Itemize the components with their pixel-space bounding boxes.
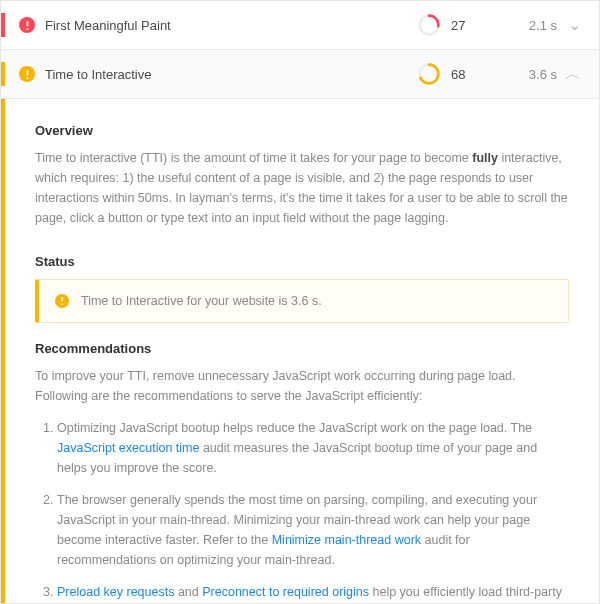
- chevron-up-icon[interactable]: ︿: [557, 66, 581, 82]
- alert-icon: [19, 17, 35, 33]
- warning-icon: [19, 66, 35, 82]
- overview-text: Time to interactive (TTI) is the amount …: [35, 148, 569, 228]
- severity-stripe: [1, 13, 5, 37]
- recommendations-heading: Recommendations: [35, 341, 569, 356]
- audit-panel: First Meaningful Paint 27 2.1 s ⌄ Time t…: [0, 0, 600, 604]
- score-gauge: [417, 13, 441, 37]
- metric-detail-tti: Overview Time to interactive (TTI) is th…: [1, 99, 599, 604]
- overview-heading: Overview: [35, 123, 569, 138]
- link-preload-key-requests[interactable]: Preload key requests: [57, 585, 174, 599]
- recommendation-item: Preload key requests and Preconnect to r…: [57, 582, 569, 604]
- metric-row-tti[interactable]: Time to Interactive 68 3.6 s ︿: [1, 50, 599, 99]
- metric-time: 2.1 s: [487, 18, 557, 33]
- score-gauge: [417, 62, 441, 86]
- metric-title: First Meaningful Paint: [45, 18, 417, 33]
- link-minimize-main-thread[interactable]: Minimize main-thread work: [272, 533, 421, 547]
- status-callout: Time to Interactive for your website is …: [35, 279, 569, 323]
- recommendation-item: Optimizing JavaScript bootup helps reduc…: [57, 418, 569, 478]
- recommendation-item: The browser generally spends the most ti…: [57, 490, 569, 570]
- metric-row-fmp[interactable]: First Meaningful Paint 27 2.1 s ⌄: [1, 1, 599, 50]
- link-preconnect-origins[interactable]: Preconnect to required origins: [202, 585, 369, 599]
- status-heading: Status: [35, 254, 569, 269]
- chevron-down-icon[interactable]: ⌄: [557, 17, 581, 33]
- warning-icon: [55, 294, 69, 308]
- recommendations-intro: To improve your TTI, remove unnecessary …: [35, 366, 569, 406]
- link-js-execution-time[interactable]: JavaScript execution time: [57, 441, 199, 455]
- recommendations-list: Optimizing JavaScript bootup helps reduc…: [39, 418, 569, 604]
- severity-stripe: [1, 62, 5, 86]
- metric-title: Time to Interactive: [45, 67, 417, 82]
- metric-score: 68: [451, 67, 487, 82]
- metric-time: 3.6 s: [487, 67, 557, 82]
- metric-score: 27: [451, 18, 487, 33]
- status-text: Time to Interactive for your website is …: [81, 294, 322, 308]
